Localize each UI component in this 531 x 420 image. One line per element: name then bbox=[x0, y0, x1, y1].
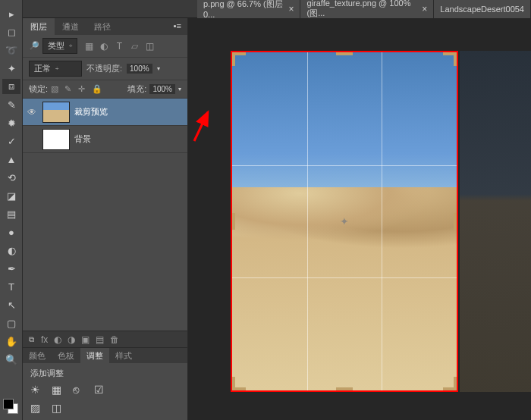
adjust-tab[interactable]: 调整 bbox=[80, 348, 109, 363]
chevron-down-icon[interactable]: ▾ bbox=[178, 86, 181, 92]
tool-palette: ▸ ◻ ➰ ✦ ⧈ ✎ ✹ ✓ ▲ ⟲ ◪ ▤ ● ◐ ✒ T ↖ ▢ ✋ 🔍 bbox=[0, 0, 23, 420]
annotation-arrow bbox=[190, 108, 215, 146]
lasso-tool[interactable]: ➰ bbox=[2, 42, 20, 58]
crop-handle-bottom[interactable] bbox=[336, 387, 353, 390]
crop-handle-left[interactable] bbox=[232, 213, 235, 230]
eraser-tool[interactable]: ◪ bbox=[2, 188, 20, 203]
svg-line-1 bbox=[194, 112, 208, 141]
adjustment-icon[interactable]: ◑ bbox=[68, 334, 75, 345]
crop-tool[interactable]: ⧈ bbox=[2, 79, 20, 94]
wand-tool[interactable]: ✦ bbox=[2, 61, 20, 76]
paths-tab[interactable]: 路径 bbox=[86, 18, 118, 35]
lock-all-icon[interactable]: 🔒 bbox=[92, 84, 102, 95]
crop-handle-tl[interactable] bbox=[232, 52, 235, 66]
lock-transparency-icon[interactable]: ▧ bbox=[51, 84, 61, 95]
doc-tab-1[interactable]: giraffe_texture.png @ 100% (图... × bbox=[300, 0, 434, 18]
layers-panel: 图层 通道 路径 ▪≡ 🔎 类型 ÷ ▦ ◐ T ▱ bbox=[23, 18, 188, 420]
canvas-area[interactable]: ✦ bbox=[188, 18, 531, 420]
color-tab[interactable]: 颜色 bbox=[23, 348, 52, 363]
fx-button[interactable]: fx bbox=[41, 334, 48, 345]
crop-center-icon: ✦ bbox=[339, 216, 350, 227]
path-tool[interactable]: ↖ bbox=[2, 297, 20, 312]
opacity-value[interactable]: 100% bbox=[127, 64, 152, 74]
document-tabs: p.png @ 66.7% (图层0... × giraffe_texture.… bbox=[23, 0, 531, 18]
panel-menu-icon[interactable]: ▪≡ bbox=[168, 18, 187, 35]
doc-tab-2[interactable]: LandscapeDesert0054 bbox=[434, 0, 531, 18]
lock-pixels-icon[interactable]: ✎ bbox=[64, 84, 75, 95]
close-icon[interactable]: × bbox=[422, 4, 427, 14]
stamp-tool[interactable]: ▲ bbox=[2, 152, 20, 167]
gradient-tool[interactable]: ▤ bbox=[2, 206, 20, 221]
chevron-down-icon: ÷ bbox=[69, 42, 72, 49]
kind-icon: 🔎 bbox=[29, 41, 39, 51]
levels-icon[interactable]: ▦ bbox=[52, 384, 65, 397]
group-icon[interactable]: ▣ bbox=[81, 334, 90, 345]
crop-handle-tr[interactable] bbox=[454, 52, 457, 66]
healing-tool[interactable]: ✹ bbox=[2, 115, 20, 130]
layer-list: 👁 裁剪预览 背景 bbox=[23, 99, 187, 331]
move-tool[interactable]: ▸ bbox=[2, 6, 20, 21]
filter-pixel-icon[interactable]: ▦ bbox=[83, 41, 94, 52]
layer-name[interactable]: 背景 bbox=[74, 133, 91, 145]
chevron-down-icon: ÷ bbox=[55, 65, 58, 72]
lock-label: 锁定: bbox=[29, 83, 48, 95]
color-swatches[interactable] bbox=[0, 399, 22, 414]
add-adjustment-label: 添加调整 bbox=[30, 368, 180, 379]
dimmed-crop-area bbox=[460, 51, 531, 392]
blur-tool[interactable]: ● bbox=[2, 224, 20, 240]
new-layer-icon[interactable]: ▤ bbox=[96, 334, 104, 345]
marquee-tool[interactable]: ◻ bbox=[2, 24, 20, 39]
crop-handle-br[interactable] bbox=[454, 377, 457, 390]
history-brush-tool[interactable]: ⟲ bbox=[2, 170, 20, 185]
shape-tool[interactable]: ▢ bbox=[2, 315, 20, 331]
hand-tool[interactable]: ✋ bbox=[2, 334, 20, 349]
close-icon[interactable]: × bbox=[288, 4, 294, 14]
visibility-icon[interactable]: 👁 bbox=[27, 107, 38, 118]
filter-smart-icon[interactable]: ◫ bbox=[144, 41, 155, 52]
hue-icon[interactable]: ◫ bbox=[52, 402, 65, 415]
brightness-icon[interactable]: ☀ bbox=[30, 384, 44, 397]
tab-label: p.png @ 66.7% (图层0... bbox=[203, 0, 284, 19]
layer-footer: ⧉ fx ◐ ◑ ▣ ▤ 🗑 bbox=[23, 331, 187, 347]
brush-tool[interactable]: ✓ bbox=[2, 133, 20, 149]
layer-name[interactable]: 裁剪预览 bbox=[74, 106, 108, 118]
opacity-label: 不透明度: bbox=[86, 63, 122, 74]
filter-type-dropdown[interactable]: 类型 ÷ bbox=[42, 38, 77, 54]
filter-shape-icon[interactable]: ▱ bbox=[129, 41, 140, 52]
layer-thumbnail[interactable] bbox=[42, 129, 70, 150]
swatches-tab[interactable]: 色板 bbox=[52, 348, 80, 363]
crop-handle-bl[interactable] bbox=[232, 377, 235, 390]
layers-tab[interactable]: 图层 bbox=[23, 18, 55, 35]
crop-selection[interactable]: ✦ bbox=[231, 51, 458, 392]
link-layers-icon[interactable]: ⧉ bbox=[27, 335, 35, 344]
fill-value[interactable]: 100% bbox=[149, 84, 175, 94]
channels-tab[interactable]: 通道 bbox=[55, 18, 86, 35]
doc-tab-0[interactable]: p.png @ 66.7% (图层0... × bbox=[197, 0, 300, 18]
vibrance-icon[interactable]: ▨ bbox=[30, 402, 44, 415]
zoom-tool[interactable]: 🔍 bbox=[2, 352, 20, 367]
fg-color-swatch[interactable] bbox=[3, 399, 14, 409]
blend-mode-dropdown[interactable]: 正常 ÷ bbox=[29, 61, 82, 77]
exposure-icon[interactable]: ☑ bbox=[94, 384, 108, 397]
adjustments-panel: 颜色 色板 调整 样式 添加调整 ☀ ▦ ⎋ ☑ bbox=[23, 347, 187, 420]
delete-icon[interactable]: 🗑 bbox=[110, 334, 119, 345]
layer-row-background[interactable]: 背景 bbox=[23, 126, 187, 153]
curves-icon[interactable]: ⎋ bbox=[73, 384, 86, 397]
mask-icon[interactable]: ◐ bbox=[54, 334, 61, 345]
filter-adjust-icon[interactable]: ◐ bbox=[99, 41, 109, 52]
tab-label: giraffe_texture.png @ 100% (图... bbox=[306, 0, 417, 19]
eyedropper-tool[interactable]: ✎ bbox=[2, 97, 20, 112]
type-tool[interactable]: T bbox=[2, 279, 20, 294]
filter-type-icon[interactable]: T bbox=[114, 41, 124, 52]
dodge-tool[interactable]: ◐ bbox=[2, 243, 20, 258]
tab-label: LandscapeDesert0054 bbox=[440, 5, 524, 14]
crop-handle-top[interactable] bbox=[336, 52, 353, 55]
layer-row-crop-preview[interactable]: 👁 裁剪预览 bbox=[23, 99, 187, 126]
chevron-down-icon[interactable]: ▾ bbox=[157, 65, 160, 72]
pen-tool[interactable]: ✒ bbox=[2, 261, 20, 276]
crop-handle-right[interactable] bbox=[454, 213, 457, 230]
layer-thumbnail[interactable] bbox=[42, 102, 70, 123]
fill-label: 填充: bbox=[127, 83, 146, 95]
lock-position-icon[interactable]: ✛ bbox=[78, 84, 89, 95]
styles-tab[interactable]: 样式 bbox=[109, 348, 138, 363]
